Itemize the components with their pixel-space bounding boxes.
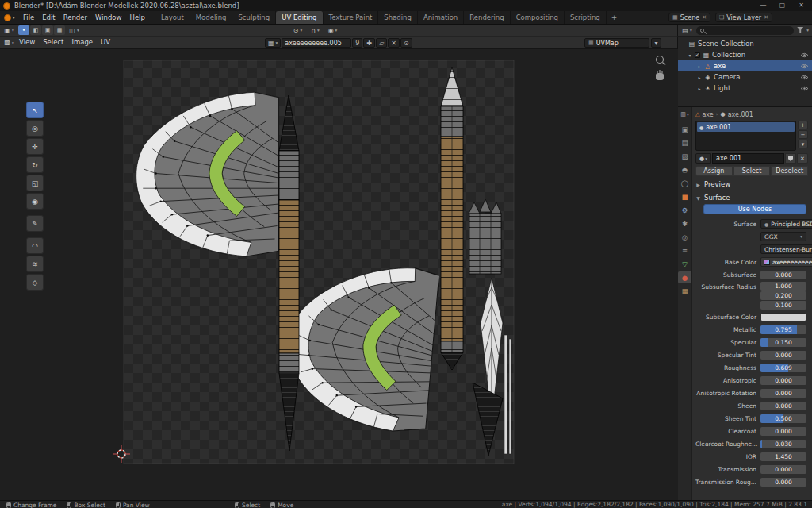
pivot-point-dropdown[interactable]: ⊙▾: [292, 25, 304, 35]
filter-icon[interactable]: [797, 27, 803, 33]
tool-button[interactable]: ◱: [26, 175, 44, 191]
image-users-button[interactable]: 9: [352, 38, 362, 48]
expand-caret-icon[interactable]: ▸: [697, 75, 702, 80]
properties-tab[interactable]: ✱: [678, 217, 691, 229]
material-action-button[interactable]: Deselect: [771, 166, 808, 176]
menu-item[interactable]: Help: [125, 11, 148, 24]
outliner-row[interactable]: ▤ Scene Collection: [678, 38, 812, 49]
material-slot-row[interactable]: ● axe.001: [697, 122, 795, 132]
uv-canvas[interactable]: ↖ ◎ ✛ ↻ ◱ ◉ ✎ ◠ ≋ ◇: [0, 49, 678, 500]
properties-tab[interactable]: ▦: [678, 285, 691, 297]
tool-button[interactable]: ◠: [26, 237, 44, 254]
uv-select-mode-button[interactable]: ◧: [30, 25, 41, 35]
outliner-search-input[interactable]: [696, 26, 794, 35]
material-action-button[interactable]: Assign: [695, 166, 733, 176]
property-value-slider[interactable]: 0.000: [760, 402, 806, 410]
close-button[interactable]: ✕: [794, 0, 809, 11]
workspace-tab[interactable]: Layout: [155, 11, 190, 24]
scene-unlink-icon[interactable]: ✕: [702, 14, 707, 21]
maximize-button[interactable]: ▢: [775, 0, 790, 11]
menu-item[interactable]: Edit: [38, 11, 59, 24]
scene-selector[interactable]: ▦ Scene ✕: [668, 13, 710, 22]
tool-button[interactable]: ◉: [26, 193, 44, 210]
workspace-tab[interactable]: Modeling: [190, 11, 233, 24]
properties-tab[interactable]: ■: [678, 190, 691, 202]
workspace-tab[interactable]: Animation: [418, 11, 464, 24]
workspace-tab[interactable]: Rendering: [464, 11, 510, 24]
properties-tab[interactable]: ▤: [678, 137, 691, 148]
uv-island-handle-2[interactable]: [441, 67, 463, 370]
property-value-slider[interactable]: 0.000: [760, 478, 806, 487]
menu-item[interactable]: File: [19, 11, 38, 24]
view-layer-unlink-icon[interactable]: ✕: [764, 14, 768, 21]
uv-canvas-svg[interactable]: [0, 49, 678, 500]
menu-item[interactable]: Window: [91, 11, 126, 24]
tool-button[interactable]: ◎: [26, 120, 44, 137]
subsurface-method-dropdown[interactable]: Christensen-Burley▾: [760, 244, 812, 254]
uv-editor-menu[interactable]: View: [15, 37, 39, 48]
use-nodes-button[interactable]: Use Nodes: [703, 204, 806, 214]
preview-panel-header[interactable]: ▶ Preview: [695, 179, 808, 190]
material-name-field[interactable]: axe.001: [712, 153, 784, 164]
subsurface-color-swatch[interactable]: [760, 313, 806, 321]
outliner-row[interactable]: ▾ ▦ Collection: [678, 49, 812, 60]
workspace-tab[interactable]: Texture Paint: [324, 11, 379, 24]
fake-user-shield-icon[interactable]: [785, 153, 796, 164]
workspace-tab[interactable]: Scripting: [565, 11, 607, 24]
workspace-tab[interactable]: Compositing: [511, 11, 565, 24]
add-slot-button[interactable]: +: [798, 121, 808, 129]
property-value-slider[interactable]: 0.000: [760, 465, 806, 474]
material-slot-list[interactable]: ● axe.001: [695, 121, 796, 151]
property-value-slider[interactable]: 0.000: [760, 351, 806, 360]
proportional-edit-dropdown[interactable]: ◉▾: [327, 25, 339, 35]
uv-select-mode-button[interactable]: ∙: [18, 25, 29, 35]
menu-item[interactable]: Render: [59, 11, 91, 24]
tool-button[interactable]: ↖: [26, 102, 44, 118]
workspace-tab[interactable]: Sculpting: [232, 11, 276, 24]
view-layer-selector[interactable]: ❏ View Layer ✕: [715, 13, 772, 22]
expand-caret-icon[interactable]: ▸: [697, 64, 702, 69]
new-image-button[interactable]: ✚: [363, 38, 375, 48]
property-value-slider[interactable]: 0.500: [760, 414, 806, 423]
properties-tab[interactable]: ▣: [678, 123, 691, 135]
uv-select-mode-button[interactable]: ▦: [54, 25, 65, 35]
outliner-row[interactable]: ▸ △ axe: [678, 60, 812, 71]
remove-slot-button[interactable]: −: [798, 130, 808, 139]
unlink-material-button[interactable]: ✕: [797, 153, 808, 164]
visibility-eye-icon[interactable]: [800, 64, 809, 69]
properties-tab[interactable]: ●: [678, 271, 691, 283]
expand-caret-icon[interactable]: ▸: [697, 86, 702, 91]
surface-panel-header[interactable]: ▼ Surface: [695, 192, 808, 203]
slot-specials-button[interactable]: ▾: [798, 140, 808, 148]
add-workspace-button[interactable]: +: [607, 11, 622, 24]
uv-editor-menu[interactable]: Image: [67, 37, 97, 48]
properties-tab[interactable]: ◎: [678, 231, 691, 243]
browse-material-button[interactable]: ●▾: [695, 153, 711, 164]
tool-button[interactable]: ◇: [26, 274, 44, 291]
surface-shader-dropdown[interactable]: ●Principled BSDF: [760, 219, 812, 229]
image-name-field[interactable]: axeeeeeeeee.005: [282, 38, 351, 48]
properties-tab[interactable]: ▧: [678, 150, 691, 162]
minimize-button[interactable]: —: [756, 0, 771, 11]
tool-button[interactable]: ✎: [26, 215, 44, 232]
workspace-tab[interactable]: UV Editing: [276, 11, 323, 24]
uv-map-options-button[interactable]: ▾: [651, 38, 661, 48]
property-value-slider[interactable]: 0.795: [760, 325, 806, 334]
uv-map-field[interactable]: ▦UVMap: [584, 38, 649, 48]
uv-editor-type-button[interactable]: ▩▾: [3, 38, 15, 48]
expand-caret-icon[interactable]: ▾: [688, 52, 692, 58]
image-browse-button[interactable]: ▦▾: [265, 38, 281, 48]
properties-tab[interactable]: ◯: [678, 177, 691, 189]
uv-island-handle-1[interactable]: [279, 95, 299, 451]
visibility-eye-icon[interactable]: [800, 52, 809, 58]
material-action-button[interactable]: Select: [733, 166, 771, 176]
collection-checkbox[interactable]: [695, 52, 700, 58]
breadcrumb-object[interactable]: axe: [702, 111, 713, 118]
pan-hand-gizmo-icon[interactable]: [656, 70, 664, 80]
tool-button[interactable]: ↻: [26, 156, 44, 173]
property-value-slider[interactable]: 0.000: [760, 389, 806, 398]
uv-editor-menu[interactable]: UV: [97, 37, 114, 48]
open-image-button[interactable]: ▱: [376, 38, 387, 48]
pin-icon[interactable]: ⊙: [400, 38, 412, 48]
property-value-slider[interactable]: 0.030: [760, 440, 806, 448]
